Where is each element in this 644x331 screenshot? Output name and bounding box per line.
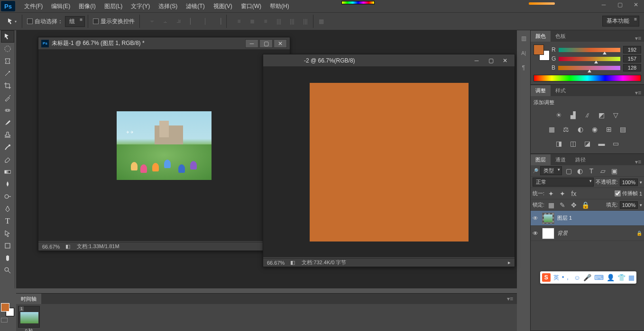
healing-tool[interactable] bbox=[1, 104, 14, 116]
menu-file[interactable]: 文件(F) bbox=[20, 0, 47, 12]
propagate-checkbox[interactable] bbox=[615, 190, 621, 197]
doc2-maximize[interactable]: ▢ bbox=[484, 56, 497, 65]
levels-icon[interactable]: ▟ bbox=[569, 111, 578, 119]
crop-tool[interactable] bbox=[1, 80, 14, 92]
curves-icon[interactable]: ⫽ bbox=[583, 111, 592, 119]
align-right-icon[interactable]: ▕ bbox=[214, 17, 223, 26]
maximize-button[interactable]: ▢ bbox=[612, 0, 628, 9]
gradient-tool[interactable] bbox=[1, 166, 14, 178]
distribute-vcenter-icon[interactable]: ≣ bbox=[248, 17, 257, 26]
ime-voice-icon[interactable]: 🎤 bbox=[583, 274, 591, 281]
ime-skin-icon[interactable]: 👕 bbox=[617, 274, 626, 281]
blur-tool[interactable] bbox=[1, 178, 14, 190]
close-button[interactable]: ✕ bbox=[628, 0, 644, 9]
dodge-tool[interactable] bbox=[1, 190, 14, 203]
timeline-menu-icon[interactable]: ▾≡ bbox=[503, 294, 517, 304]
color-chip[interactable] bbox=[534, 45, 550, 61]
eyedropper-tool[interactable] bbox=[1, 92, 14, 104]
shape-tool[interactable] bbox=[1, 240, 14, 252]
layers-panel-menu-icon[interactable]: ▾≡ bbox=[632, 159, 644, 165]
distribute-top-icon[interactable]: ≡ bbox=[234, 17, 244, 26]
tab-paths[interactable]: 路径 bbox=[570, 154, 590, 165]
g-slider[interactable] bbox=[559, 57, 620, 61]
menu-layer[interactable]: 图层(L) bbox=[100, 0, 127, 12]
tab-color[interactable]: 颜色 bbox=[531, 31, 551, 42]
zoom-tool[interactable] bbox=[1, 264, 14, 277]
adjust-panel-menu-icon[interactable]: ▾≡ bbox=[632, 89, 644, 96]
menu-select[interactable]: 选择(S) bbox=[154, 0, 182, 12]
menu-window[interactable]: 窗口(W) bbox=[237, 0, 266, 12]
stamp-tool[interactable] bbox=[1, 129, 14, 141]
r-value[interactable]: 192 bbox=[623, 46, 641, 54]
doc1-maximize[interactable]: ▢ bbox=[259, 39, 273, 48]
unify-vis-icon[interactable]: ✦ bbox=[558, 189, 567, 198]
bg-name[interactable]: 背景 bbox=[557, 230, 634, 237]
tab-timeline[interactable]: 时间轴 bbox=[16, 294, 41, 304]
pen-tool[interactable] bbox=[1, 203, 14, 215]
mixer-icon[interactable]: ⊞ bbox=[604, 125, 614, 134]
tab-channels[interactable]: 通道 bbox=[551, 154, 570, 165]
auto-select-checkbox[interactable]: 自动选择： bbox=[27, 18, 63, 26]
timeline-frame[interactable]: 1 0 秒 bbox=[18, 306, 40, 331]
lookup-icon[interactable]: ▤ bbox=[618, 125, 628, 134]
panel-icon-1[interactable]: ▥ bbox=[521, 35, 526, 42]
vibrance-icon[interactable]: ▽ bbox=[611, 111, 621, 119]
blend-mode-select[interactable]: 正常 bbox=[533, 178, 594, 187]
brush-tool[interactable] bbox=[1, 116, 14, 129]
bg-thumb[interactable] bbox=[542, 228, 554, 239]
marquee-tool[interactable] bbox=[1, 43, 14, 55]
menu-view[interactable]: 视图(V) bbox=[209, 0, 237, 12]
sogou-logo-icon[interactable]: S bbox=[542, 273, 551, 282]
gradient-map-icon[interactable]: ▬ bbox=[597, 139, 607, 148]
distribute-right-icon[interactable]: ||| bbox=[301, 17, 310, 26]
color-swatches[interactable] bbox=[1, 303, 14, 316]
photo-filter-icon[interactable]: ◉ bbox=[590, 125, 599, 134]
distribute-bottom-icon[interactable]: ≡ bbox=[261, 17, 270, 26]
ime-toolbar[interactable]: S 英 •， ☺ 🎤 ⌨ 👤 👕 ▦ bbox=[540, 271, 636, 284]
tab-adjust[interactable]: 调整 bbox=[531, 85, 551, 96]
doc1-zoom[interactable]: 66.67% bbox=[42, 244, 60, 250]
menu-type[interactable]: 文字(Y) bbox=[127, 0, 154, 12]
tool-preset-icon[interactable]: ▾ bbox=[5, 18, 19, 25]
ime-user-icon[interactable]: 👤 bbox=[607, 274, 615, 281]
spectrum-bar[interactable] bbox=[534, 75, 641, 81]
threshold-icon[interactable]: ◪ bbox=[583, 139, 592, 148]
menu-filter[interactable]: 滤镜(T) bbox=[182, 0, 209, 12]
wand-tool[interactable] bbox=[1, 67, 14, 80]
align-top-icon[interactable]: ⫟ bbox=[147, 17, 157, 26]
filter-shape-icon[interactable]: ▱ bbox=[598, 167, 607, 175]
ime-emoji-icon[interactable]: ☺ bbox=[574, 274, 580, 281]
filter-image-icon[interactable]: ▢ bbox=[564, 167, 573, 175]
ime-punct-icon[interactable]: •， bbox=[562, 273, 571, 282]
eraser-tool[interactable] bbox=[1, 153, 14, 166]
visibility-icon[interactable]: 👁 bbox=[533, 230, 539, 237]
doc2-close[interactable]: ✕ bbox=[498, 56, 512, 65]
brightness-icon[interactable]: ☀ bbox=[554, 111, 564, 119]
hand-tool[interactable] bbox=[1, 252, 14, 264]
visibility-icon[interactable]: 👁 bbox=[533, 215, 539, 222]
tab-layers[interactable]: 图层 bbox=[531, 154, 551, 165]
path-select-tool[interactable] bbox=[1, 227, 14, 240]
top-slider[interactable] bbox=[529, 2, 555, 5]
ime-lang[interactable]: 英 bbox=[553, 274, 559, 282]
opacity-value[interactable]: 100% bbox=[620, 179, 638, 186]
minimize-button[interactable]: ─ bbox=[596, 0, 612, 9]
align-vcenter-icon[interactable]: ⫠ bbox=[161, 17, 170, 26]
doc2-titlebar[interactable]: -2 @ 66.7%(RGB/8) ─ ▢ ✕ bbox=[263, 54, 515, 67]
unify-style-icon[interactable]: fx bbox=[569, 189, 579, 198]
unify-pos-icon[interactable]: ✦ bbox=[546, 189, 556, 198]
g-value[interactable]: 157 bbox=[623, 55, 641, 63]
align-bottom-icon[interactable]: ⫡ bbox=[174, 17, 184, 26]
ime-tool-icon[interactable]: ▦ bbox=[628, 274, 635, 281]
quickmask-icon[interactable] bbox=[1, 318, 8, 322]
tab-swatches[interactable]: 色板 bbox=[551, 31, 570, 42]
ime-keyboard-icon[interactable]: ⌨ bbox=[594, 274, 604, 281]
r-slider[interactable] bbox=[559, 48, 620, 52]
lock-paint-icon[interactable]: ✎ bbox=[558, 201, 567, 209]
type-tool[interactable]: T bbox=[1, 215, 14, 227]
doc1-canvas-area[interactable]: ✈ ✈ bbox=[38, 50, 290, 241]
menu-image[interactable]: 图像(I) bbox=[74, 0, 100, 12]
menu-edit[interactable]: 编辑(E) bbox=[47, 0, 74, 12]
layer1-name[interactable]: 图层 1 bbox=[557, 215, 642, 222]
hue-icon[interactable]: ▦ bbox=[547, 125, 557, 134]
